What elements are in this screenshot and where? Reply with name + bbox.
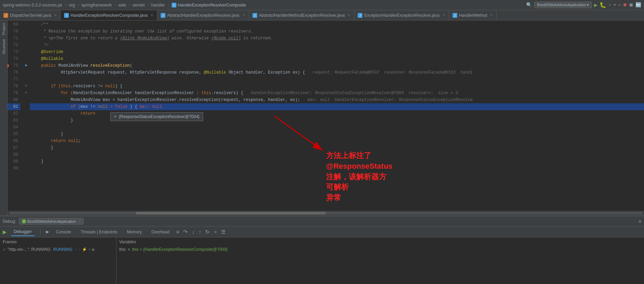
tab-close-dispatcher[interactable]: ✕ bbox=[54, 13, 57, 17]
tab-abstract-handler[interactable]: J AbstractHandlerExceptionResolver.java … bbox=[157, 10, 249, 20]
tab-close-composite[interactable]: ✕ bbox=[150, 13, 153, 17]
line-num-84: 84 bbox=[8, 124, 20, 131]
breadcrumb-servlet: servlet bbox=[133, 3, 145, 8]
frame-item[interactable]: ✓ "http-nio-...": RUNNING RUNNING ↑ ↓ ⚡ … bbox=[1, 246, 115, 253]
tooltip-plus-icon: + bbox=[114, 114, 116, 119]
variables-panel: Variables this = this = {HandlerExceptio… bbox=[116, 237, 644, 284]
gutter-77 bbox=[23, 75, 30, 82]
debug-tab-memory[interactable]: Memory bbox=[124, 228, 145, 236]
sidebar-project[interactable]: Project bbox=[1, 22, 7, 36]
frame-play-button[interactable]: ▶ bbox=[92, 247, 95, 252]
tab-icon-abstract: J bbox=[161, 13, 165, 18]
tab-icon-dispatcher: J bbox=[3, 13, 8, 18]
frame-add-button[interactable]: + bbox=[88, 247, 91, 252]
gutter-87 bbox=[23, 144, 30, 151]
evaluate-button[interactable]: ≈ bbox=[214, 229, 216, 235]
line-num-82: 82 bbox=[8, 110, 20, 117]
frame-filter-button[interactable]: ⚡ bbox=[82, 247, 87, 252]
gutter-80 bbox=[23, 96, 30, 103]
tab-handler-method[interactable]: J HandlerMethod ✕ bbox=[449, 10, 497, 20]
settings-icon[interactable]: ⚙ bbox=[639, 219, 641, 224]
line-num-70: 70 bbox=[8, 28, 20, 35]
tab-abstract-method[interactable]: J AbstractHandlerMethodExceptionResolver… bbox=[249, 10, 355, 20]
tab-close-method[interactable]: ✕ bbox=[347, 13, 350, 17]
toolbar-right: 🔍 Boot05WebAdminApplication ▾ ▶ 🐛 ⚡ ☂ ⋯ … bbox=[526, 2, 641, 9]
gutter-78: ▷ bbox=[23, 82, 30, 89]
gutter-81 bbox=[23, 103, 30, 109]
debug-tab-close[interactable]: ✕ bbox=[77, 219, 80, 223]
breadcrumb-handler: handler bbox=[151, 3, 165, 8]
run-to-cursor-button[interactable]: ↻ bbox=[205, 229, 210, 235]
editor-area[interactable]: 69 70 71 72 73 74 75 76 77 78 79 80 81 8… bbox=[8, 21, 644, 216]
expand-icon-78[interactable]: ▷ bbox=[25, 83, 27, 88]
code-line-78: if (this.resolvers != null) { bbox=[30, 83, 644, 90]
debug-panel: Debug: Boot05WebAdminApplication ✕ ⚙ ▶ D… bbox=[0, 216, 644, 284]
expand-icon-79[interactable]: ▷ bbox=[25, 90, 27, 94]
gutter-90 bbox=[23, 164, 30, 171]
gutter-73 bbox=[23, 48, 30, 55]
tab-dispatcher[interactable]: J DispatcherServlet.java ✕ bbox=[0, 10, 61, 20]
top-bar: spring-webmvc-5.3.2-sources.jar › org › … bbox=[0, 0, 644, 10]
annotation-text: 方法上标注了@ResponseStatus注解，该解析器方可解析异常 bbox=[326, 151, 393, 203]
step-over-button[interactable]: ↷ bbox=[183, 229, 188, 235]
var-item-this[interactable]: this = this = {HandlerExceptionResolverC… bbox=[118, 246, 643, 253]
tab-close-hm[interactable]: ✕ bbox=[490, 13, 493, 17]
coverage-button[interactable]: ☂ bbox=[614, 2, 616, 8]
line-num-69: 69 bbox=[8, 21, 20, 28]
scrollbar-thumb[interactable] bbox=[136, 212, 326, 215]
line-num-85: 85 bbox=[8, 131, 20, 138]
breadcrumb-class-icon: J bbox=[172, 3, 176, 8]
restore-layout-button[interactable]: ≡ bbox=[176, 229, 179, 235]
debug-tab-overhead[interactable]: Overhead bbox=[149, 228, 172, 236]
stop-button[interactable]: ■ bbox=[623, 2, 627, 8]
frames-panel: Frames ✓ "http-nio-...": RUNNING RUNNING… bbox=[0, 237, 116, 284]
tooltip-popup: + {ResponseStatusExceptionResolver@7004} bbox=[110, 112, 203, 121]
tab-icon-hm: J bbox=[453, 13, 457, 18]
debug-content: Frames ✓ "http-nio-...": RUNNING RUNNING… bbox=[0, 237, 644, 284]
tab-bar: J DispatcherServlet.java ✕ J HandlerExce… bbox=[0, 10, 644, 21]
line-num-89: 89 bbox=[8, 158, 20, 165]
tab-handler-composite[interactable]: J HandlerExceptionResolverComposite.java… bbox=[61, 10, 157, 20]
attach-button[interactable]: ⚡ bbox=[608, 2, 611, 8]
debug-app-name: Boot05WebAdminApplication bbox=[27, 219, 76, 223]
stop2-button[interactable]: ⏹ bbox=[629, 2, 633, 8]
tab-icon-composite: J bbox=[64, 13, 69, 18]
code-line-69: /** bbox=[30, 21, 644, 28]
gutter-83 bbox=[23, 116, 30, 123]
tab-icon-exception: J bbox=[358, 13, 362, 18]
sidebar-structure[interactable]: Structure bbox=[1, 38, 7, 56]
debug-tab-threads[interactable]: Threads | Endpoints bbox=[78, 228, 120, 236]
frame-up-button[interactable]: ↑ bbox=[75, 247, 77, 252]
horizontal-scrollbar[interactable] bbox=[8, 211, 644, 216]
tab-close-exception[interactable]: ✕ bbox=[442, 13, 445, 17]
resume-button[interactable]: ▶ bbox=[3, 229, 7, 235]
console-icon[interactable]: ▶ bbox=[46, 229, 49, 235]
debug-tab-console[interactable]: Console bbox=[53, 228, 74, 236]
frame-down-button[interactable]: ↓ bbox=[78, 247, 80, 252]
step-out-button[interactable]: ↑ bbox=[199, 229, 201, 235]
step-into-button[interactable]: ↓ bbox=[192, 229, 195, 235]
debug-app-tab[interactable]: Boot05WebAdminApplication ✕ bbox=[19, 218, 84, 224]
scrollbar-track[interactable] bbox=[9, 212, 643, 215]
debug-title: Debug: bbox=[3, 219, 16, 224]
line-num-79: 79 bbox=[8, 90, 20, 96]
tab-close-abstract[interactable]: ✕ bbox=[242, 13, 245, 17]
search-icon[interactable]: 🔍 bbox=[526, 2, 532, 8]
gutter-85 bbox=[23, 130, 30, 137]
var-name-this: this bbox=[119, 247, 126, 252]
tab-exception-handler[interactable]: J ExceptionHandlerExceptionResolver.java… bbox=[354, 10, 449, 20]
more-button[interactable]: ⋯ bbox=[618, 2, 621, 8]
line-num-90: 90 bbox=[8, 165, 20, 172]
watches-button[interactable]: ☰ bbox=[221, 229, 225, 235]
breakpoint-75 bbox=[8, 64, 9, 68]
code-line-80: ModelAndView mav = handlerExceptionResol… bbox=[30, 96, 644, 103]
run-button[interactable]: ▶ bbox=[594, 2, 597, 9]
code-line-71: * <p>The first one to return a {@link Mo… bbox=[30, 35, 644, 42]
translate-icon[interactable]: 🔤 bbox=[635, 2, 641, 8]
debug-tab-debugger[interactable]: Debugger bbox=[11, 228, 35, 236]
run-config-selector[interactable]: Boot05WebAdminApplication ▾ bbox=[534, 2, 592, 8]
code-line-75: public ModelAndView resolveException( bbox=[30, 62, 644, 69]
line-num-71: 71 bbox=[8, 35, 20, 42]
debug-button[interactable]: 🐛 bbox=[599, 2, 606, 9]
line-num-73: 73 bbox=[8, 49, 20, 55]
